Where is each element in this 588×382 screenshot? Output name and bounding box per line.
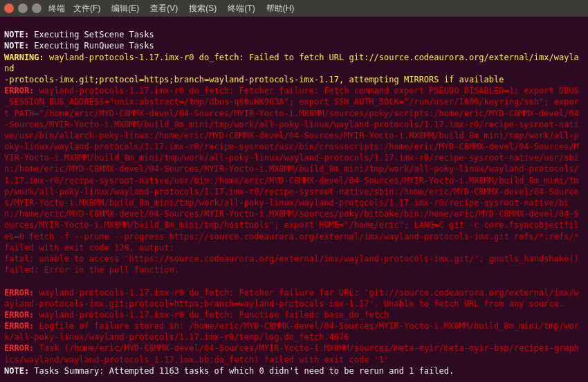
error-label: ERROR: [4,343,34,353]
menu-file[interactable]: 文件(F) [69,1,104,15]
menu-search[interactable]: 搜索(S) [185,1,221,15]
error-text: wayland-protocols-1.17.imx-r0 do_fetch: … [34,310,389,320]
note-label: NOTE: [4,41,29,51]
minimize-icon[interactable] [18,3,28,13]
note-text: Tasks Summary: Attempted 1163 tasks of w… [29,366,454,376]
error-text: wayland-protocols-1.17.imx-r0 do_fetch: … [4,288,579,309]
menu-terminal[interactable]: 终端(T) [223,1,259,15]
error-text: Task (/home/eric/MYD-C8MMX-devel/04-Sour… [4,343,579,364]
error-label: ERROR: [4,288,34,298]
window-controls [4,3,42,13]
warning-label: WARNING: [4,53,44,62]
menubar: 文件(F) 编辑(E) 查看(V) 搜索(S) 终端(T) 帮助(H) [69,1,298,15]
menu-help[interactable]: 帮助(H) [262,1,299,15]
note-label: NOTE: [4,366,29,376]
note-text: Executing RunQueue Tasks [29,41,154,51]
titlebar: 终端 文件(F) 编辑(E) 查看(V) 搜索(S) 终端(T) 帮助(H) [0,0,588,17]
error-text: Logfile of failure stored in: /home/eric… [4,321,579,342]
menu-view[interactable]: 查看(V) [146,1,182,15]
error-label: ERROR: [4,86,34,96]
error-text: wayland-protocols-1.17.imx-r0 do_fetch: … [4,86,584,253]
warning-text: -protocols-imx.git;protocol=https;branch… [4,75,504,84]
note-text: Executing SetScene Tasks [29,30,154,39]
error-label: ERROR: [4,310,34,320]
terminal-output[interactable]: NOTE: Executing SetScene Tasks NOTE: Exe… [0,17,588,382]
menu-edit[interactable]: 编辑(E) [107,1,143,15]
note-label: NOTE: [4,30,29,39]
error-label: ERROR: [4,321,34,331]
close-icon[interactable] [4,3,14,13]
app-label: 终端 [48,3,65,14]
maximize-icon[interactable] [32,3,42,13]
error-fatal: fatal: unable to access 'https://source.… [4,254,584,275]
warning-text: wayland-protocols-1.17.imx-r0 do_fetch: … [4,53,579,73]
